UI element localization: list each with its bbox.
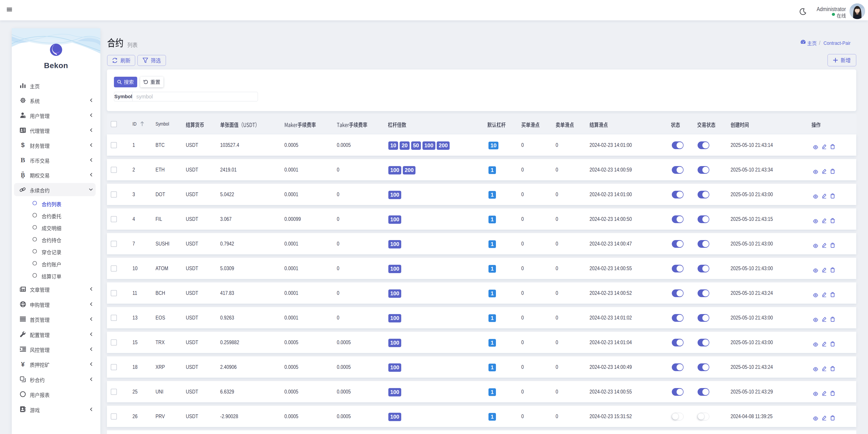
svg-text:B: B bbox=[21, 172, 25, 178]
svg-text:¥: ¥ bbox=[21, 361, 25, 368]
svg-text:$: $ bbox=[21, 142, 25, 148]
svg-text:B: B bbox=[21, 157, 25, 163]
